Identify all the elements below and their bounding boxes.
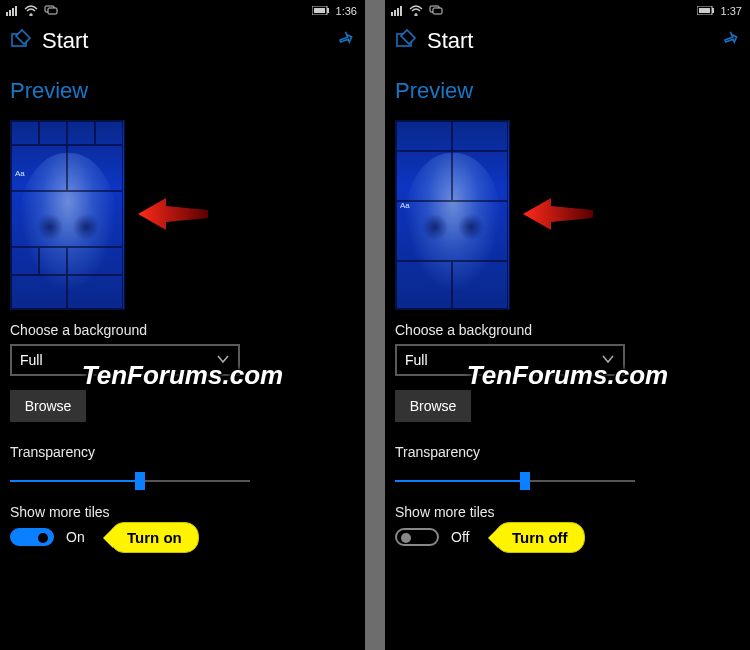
- choose-background-label: Choose a background: [395, 322, 740, 338]
- svg-rect-1: [48, 8, 57, 14]
- messages-icon: [429, 5, 443, 18]
- page-header: Start: [0, 20, 365, 64]
- chevron-down-icon: [216, 352, 230, 369]
- wifi-icon: [409, 5, 423, 18]
- preview-heading: Preview: [10, 78, 355, 104]
- transparency-label: Transparency: [10, 444, 355, 460]
- annotation-arrow-icon: [523, 192, 593, 240]
- personalize-icon[interactable]: [10, 28, 32, 54]
- show-more-tiles-toggle[interactable]: [10, 528, 54, 546]
- annotation-arrow-icon: [138, 192, 208, 240]
- transparency-label: Transparency: [395, 444, 740, 460]
- clock-text: 1:36: [336, 5, 357, 17]
- svg-rect-3: [327, 8, 329, 13]
- svg-marker-6: [138, 198, 208, 230]
- background-select[interactable]: Full: [10, 344, 240, 376]
- show-more-tiles-label: Show more tiles: [395, 504, 740, 520]
- annotation-bubble: Turn on: [110, 522, 199, 553]
- preview-heading: Preview: [395, 78, 740, 104]
- phone-screenshot-right: 1:37 Start Preview: [385, 0, 750, 650]
- svg-rect-8: [433, 8, 442, 14]
- browse-button[interactable]: Browse: [395, 390, 471, 422]
- background-select-value: Full: [405, 352, 428, 368]
- status-bar: 1:36: [0, 0, 365, 20]
- pin-icon[interactable]: [337, 30, 355, 52]
- svg-rect-11: [699, 8, 710, 13]
- page-title: Start: [42, 28, 88, 54]
- messages-icon: [44, 5, 58, 18]
- background-select-value: Full: [20, 352, 43, 368]
- show-more-tiles-label: Show more tiles: [10, 504, 355, 520]
- svg-rect-10: [712, 8, 714, 13]
- toggle-state-text: Off: [451, 529, 469, 545]
- status-bar: 1:37: [385, 0, 750, 20]
- show-more-tiles-toggle[interactable]: [395, 528, 439, 546]
- start-preview-thumbnail: Aa: [10, 120, 125, 310]
- clock-text: 1:37: [721, 5, 742, 17]
- background-select[interactable]: Full: [395, 344, 625, 376]
- personalize-icon[interactable]: [395, 28, 417, 54]
- signal-icon: [6, 6, 18, 16]
- transparency-slider[interactable]: [395, 470, 635, 482]
- svg-rect-4: [314, 8, 325, 13]
- page-header: Start: [385, 20, 750, 64]
- signal-icon: [391, 6, 403, 16]
- pin-icon[interactable]: [722, 30, 740, 52]
- page-title: Start: [427, 28, 473, 54]
- battery-icon: [312, 5, 330, 17]
- transparency-slider[interactable]: [10, 470, 250, 482]
- phone-screenshot-left: 1:36 Start Preview: [0, 0, 365, 650]
- start-preview-thumbnail: Aa: [395, 120, 510, 310]
- text-size-indicator: Aa: [15, 169, 25, 178]
- toggle-state-text: On: [66, 529, 85, 545]
- annotation-bubble: Turn off: [495, 522, 585, 553]
- chevron-down-icon: [601, 352, 615, 369]
- wifi-icon: [24, 5, 38, 18]
- battery-icon: [697, 5, 715, 17]
- browse-button[interactable]: Browse: [10, 390, 86, 422]
- choose-background-label: Choose a background: [10, 322, 355, 338]
- text-size-indicator: Aa: [400, 201, 410, 210]
- svg-marker-13: [523, 198, 593, 230]
